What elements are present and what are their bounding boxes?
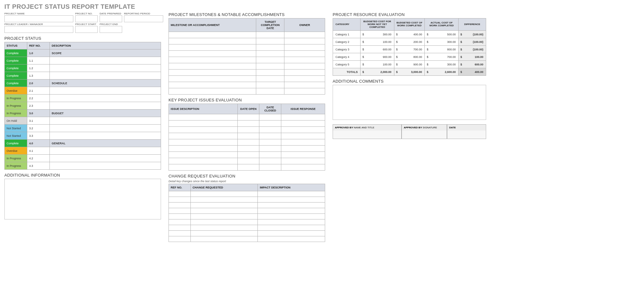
empty-cell[interactable] — [259, 146, 281, 152]
status-cell[interactable]: Complete — [5, 64, 27, 72]
empty-cell[interactable] — [258, 191, 325, 197]
empty-cell[interactable] — [237, 146, 259, 152]
empty-cell[interactable] — [284, 76, 325, 82]
empty-cell[interactable] — [237, 164, 259, 171]
empty-cell[interactable] — [169, 197, 191, 203]
empty-cell[interactable] — [284, 51, 325, 57]
empty-cell[interactable] — [258, 203, 325, 208]
empty-cell[interactable] — [284, 63, 325, 69]
comments-box[interactable] — [333, 85, 486, 120]
empty-cell[interactable] — [284, 69, 325, 76]
desc-cell[interactable] — [50, 155, 161, 162]
form-input[interactable] — [4, 15, 73, 22]
empty-cell[interactable] — [259, 158, 281, 164]
empty-cell[interactable] — [169, 63, 256, 69]
empty-cell[interactable] — [284, 44, 325, 51]
empty-cell[interactable] — [169, 57, 256, 63]
empty-cell[interactable] — [281, 164, 325, 171]
empty-cell[interactable] — [259, 139, 281, 146]
empty-cell[interactable] — [258, 208, 325, 214]
empty-cell[interactable] — [190, 236, 258, 242]
empty-cell[interactable] — [259, 133, 281, 139]
empty-cell[interactable] — [256, 88, 284, 95]
empty-cell[interactable] — [169, 208, 191, 214]
empty-cell[interactable] — [169, 114, 238, 121]
empty-cell[interactable] — [281, 121, 325, 127]
form-input[interactable] — [100, 15, 122, 22]
empty-cell[interactable] — [169, 152, 238, 158]
empty-cell[interactable] — [169, 191, 191, 197]
status-cell[interactable]: Overdue — [5, 87, 27, 95]
empty-cell[interactable] — [190, 214, 258, 219]
form-input[interactable] — [124, 15, 163, 22]
desc-cell[interactable] — [50, 102, 161, 110]
empty-cell[interactable] — [256, 63, 284, 69]
empty-cell[interactable] — [259, 114, 281, 121]
empty-cell[interactable] — [169, 203, 191, 208]
desc-cell[interactable]: BUDGET — [50, 110, 161, 117]
empty-cell[interactable] — [256, 51, 284, 57]
status-cell[interactable]: In Progress — [5, 162, 27, 170]
status-cell[interactable]: Complete — [5, 140, 27, 147]
desc-cell[interactable] — [50, 64, 161, 72]
desc-cell[interactable] — [50, 117, 161, 125]
status-cell[interactable]: Not Started — [5, 125, 27, 132]
desc-cell[interactable] — [50, 57, 161, 64]
empty-cell[interactable] — [169, 146, 238, 152]
empty-cell[interactable] — [281, 139, 325, 146]
desc-cell[interactable]: GENERAL — [50, 140, 161, 147]
empty-cell[interactable] — [284, 57, 325, 63]
empty-cell[interactable] — [284, 38, 325, 44]
status-cell[interactable]: In Progress — [5, 95, 27, 102]
empty-cell[interactable] — [169, 139, 238, 146]
empty-cell[interactable] — [284, 82, 325, 88]
status-cell[interactable]: Complete — [5, 72, 27, 80]
status-cell[interactable]: In Progress — [5, 110, 27, 117]
empty-cell[interactable] — [237, 158, 259, 164]
empty-cell[interactable] — [259, 152, 281, 158]
empty-cell[interactable] — [237, 121, 259, 127]
status-cell[interactable]: Not Started — [5, 132, 27, 140]
empty-cell[interactable] — [169, 231, 191, 236]
desc-cell[interactable] — [50, 72, 161, 80]
empty-cell[interactable] — [258, 225, 325, 231]
empty-cell[interactable] — [281, 152, 325, 158]
empty-cell[interactable] — [190, 203, 258, 208]
empty-cell[interactable] — [258, 219, 325, 225]
empty-cell[interactable] — [256, 82, 284, 88]
empty-cell[interactable] — [169, 164, 238, 171]
empty-cell[interactable] — [281, 158, 325, 164]
empty-cell[interactable] — [237, 152, 259, 158]
empty-cell[interactable] — [190, 191, 258, 197]
empty-cell[interactable] — [281, 146, 325, 152]
empty-cell[interactable] — [258, 236, 325, 242]
status-cell[interactable]: Overdue — [5, 147, 27, 155]
empty-cell[interactable] — [256, 32, 284, 38]
form-input[interactable] — [75, 26, 98, 33]
empty-cell[interactable] — [190, 225, 258, 231]
empty-cell[interactable] — [284, 32, 325, 38]
status-cell[interactable]: Complete — [5, 80, 27, 87]
empty-cell[interactable] — [259, 121, 281, 127]
empty-cell[interactable] — [169, 69, 256, 76]
empty-cell[interactable] — [256, 57, 284, 63]
empty-cell[interactable] — [169, 121, 238, 127]
empty-cell[interactable] — [258, 214, 325, 219]
desc-cell[interactable]: SCOPE — [50, 49, 161, 57]
empty-cell[interactable] — [169, 236, 191, 242]
empty-cell[interactable] — [169, 127, 238, 133]
desc-cell[interactable] — [50, 147, 161, 155]
approval-name-title-field[interactable] — [333, 131, 401, 139]
empty-cell[interactable] — [259, 127, 281, 133]
empty-cell[interactable] — [237, 139, 259, 146]
empty-cell[interactable] — [190, 231, 258, 236]
additional-info-box[interactable] — [4, 179, 161, 219]
empty-cell[interactable] — [169, 88, 256, 95]
approval-date-field[interactable] — [447, 131, 486, 139]
status-cell[interactable]: In Progress — [5, 102, 27, 110]
empty-cell[interactable] — [169, 158, 238, 164]
empty-cell[interactable] — [237, 114, 259, 121]
status-cell[interactable]: Complete — [5, 57, 27, 64]
empty-cell[interactable] — [281, 127, 325, 133]
form-input[interactable] — [4, 26, 73, 33]
